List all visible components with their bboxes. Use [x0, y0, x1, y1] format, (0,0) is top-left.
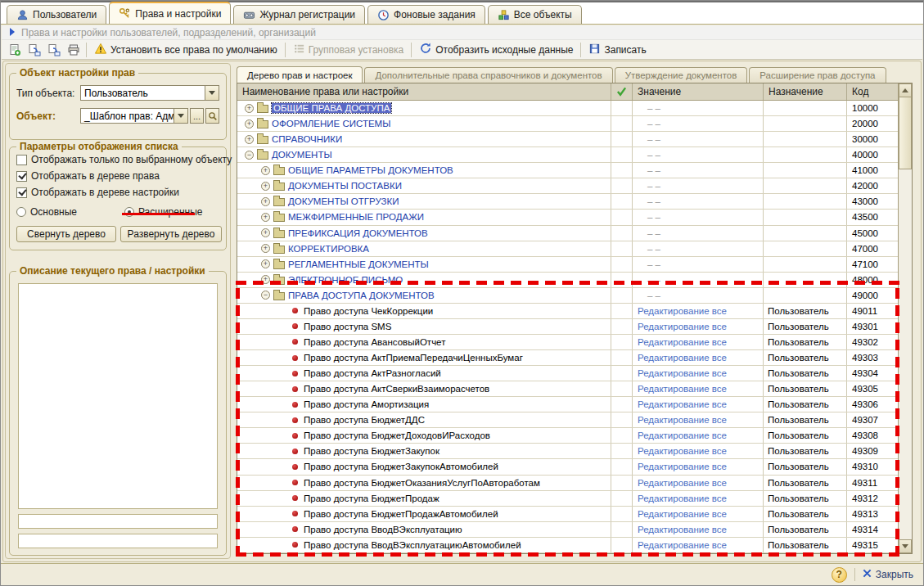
checkbox-checked-icon[interactable] — [16, 187, 27, 198]
cell-value[interactable]: – – — [633, 178, 764, 193]
chevron-down-icon[interactable] — [174, 109, 187, 123]
table-row[interactable]: + МЕЖФИРМЕННЫЕ ПРОДАЖИ – – 43500 — [237, 210, 898, 225]
table-row[interactable]: Право доступа БюджетЗакупок Редактирован… — [237, 444, 898, 459]
scroll-up-icon[interactable] — [899, 83, 912, 97]
scrollbar-thumb[interactable] — [899, 97, 912, 169]
cell-value[interactable]: Редактирование все — [633, 381, 764, 396]
tab-all-objects[interactable]: Все объекты — [488, 5, 582, 24]
expander-icon[interactable]: + — [245, 104, 254, 113]
cell-value[interactable]: Редактирование все — [633, 335, 764, 349]
expander-icon[interactable]: + — [245, 119, 254, 128]
scroll-down-icon[interactable] — [899, 539, 912, 553]
copy-rights-icon[interactable] — [25, 41, 44, 58]
expander-icon[interactable]: + — [261, 228, 270, 237]
cell-value[interactable]: – – — [633, 194, 764, 209]
table-row[interactable]: Право доступа БюджетДоходовИРасходов Ред… — [237, 428, 898, 444]
cell-value[interactable]: – – — [633, 163, 764, 178]
table-row[interactable]: Право доступа БюджетДДС Редактирование в… — [237, 412, 898, 428]
cell-value[interactable]: – – — [633, 273, 764, 287]
radio-main[interactable]: Основные — [16, 205, 77, 219]
table-row[interactable]: Право доступа БюджетОказанияУслугПоАвтор… — [237, 476, 898, 491]
expander-icon[interactable]: + — [261, 244, 270, 253]
tab-users[interactable]: Пользователи — [7, 5, 106, 24]
expander-icon[interactable]: + — [245, 135, 254, 144]
checkbox-only-selected-object[interactable]: Отображать только по выбранному объекту — [16, 152, 232, 167]
cell-value[interactable]: Редактирование все — [633, 412, 764, 427]
expander-icon[interactable]: − — [245, 151, 254, 160]
table-row[interactable]: Право доступа SMS Редактирование все Пол… — [237, 319, 898, 335]
tab-background-jobs[interactable]: Фоновые задания — [367, 5, 485, 24]
radio-selected-icon[interactable] — [124, 207, 134, 217]
expander-icon[interactable]: + — [261, 213, 270, 222]
table-row[interactable]: + ДОКУМЕНТЫ ПОСТАВКИ – – 42000 — [237, 178, 898, 194]
object-type-select[interactable]: Пользователь — [80, 85, 219, 101]
expander-icon[interactable]: + — [261, 275, 270, 284]
cell-value[interactable]: Редактирование все — [633, 304, 764, 318]
table-row[interactable]: + ОБЩИЕ ПРАВА ДОСТУПА – – 10000 — [237, 101, 898, 116]
cell-value[interactable]: Редактирование все — [633, 444, 764, 458]
table-row[interactable]: Право доступа БюджетЗакупокАвтомобилей Р… — [237, 459, 898, 475]
expander-icon[interactable]: − — [261, 291, 270, 300]
cell-value[interactable]: – – — [633, 257, 764, 272]
table-row[interactable]: + КОРРЕКТИРОВКА – – 47000 — [237, 241, 898, 257]
table-row[interactable]: Право доступа АвансовыйОтчет Редактирова… — [237, 335, 898, 350]
vertical-scrollbar[interactable] — [898, 83, 912, 553]
checkbox-show-rights-tree[interactable]: Отображать в дереве права — [16, 169, 160, 183]
cell-value[interactable]: Редактирование все — [633, 428, 764, 443]
cell-value[interactable]: – – — [633, 132, 764, 146]
copy-settings-icon[interactable] — [44, 41, 64, 58]
cell-value[interactable]: Редактирование все — [633, 522, 764, 537]
description-field-1[interactable] — [18, 514, 218, 529]
table-row[interactable]: Право доступа АктПриемаПередачиЦенныхБум… — [237, 350, 898, 366]
tab-rights-settings[interactable]: Права и настройки — [109, 2, 231, 24]
chevron-down-icon[interactable] — [205, 86, 219, 100]
cell-value[interactable]: – – — [633, 210, 764, 224]
tab-access-extension[interactable]: Расширение прав доступа — [749, 67, 886, 83]
cell-value[interactable]: Редактирование все — [633, 491, 764, 506]
cell-value[interactable]: – – — [633, 288, 764, 303]
help-button[interactable]: ? — [832, 567, 847, 583]
table-row[interactable]: + РЕГЛАМЕНТНЫЕ ДОКУМЕНТЫ – – 47100 — [237, 257, 898, 273]
table-row[interactable]: − ДОКУМЕНТЫ – – 40000 — [237, 147, 898, 163]
table-row[interactable]: Право доступа ВводВЭксплуатациюАвтомобил… — [237, 538, 898, 553]
description-textarea[interactable] — [18, 283, 218, 509]
checkbox-checked-icon[interactable] — [16, 171, 27, 182]
expander-icon[interactable]: + — [261, 259, 270, 268]
table-row[interactable]: + ОБЩИЕ ПАРАМЕТРЫ ДОКУМЕНТОВ – – 41000 — [237, 163, 898, 178]
cell-value[interactable]: – – — [633, 241, 764, 256]
table-row[interactable]: + ОФОРМЛЕНИЕ СИСТЕМЫ – – 20000 — [237, 116, 898, 132]
tab-document-approval[interactable]: Утверждение документов — [615, 67, 748, 83]
table-row[interactable]: − ПРАВА ДОСТУПА ДОКУМЕНТОВ – – 49000 — [237, 288, 898, 304]
table-row[interactable]: + ЭЛЕКТРОННОЕ ПИСЬМО – – 48000 — [237, 273, 898, 288]
save-button[interactable]: Записать — [584, 41, 651, 58]
collapse-tree-button[interactable]: Свернуть дерево — [16, 226, 116, 242]
tab-registration-log[interactable]: Журнал регистрации — [233, 5, 365, 24]
radio-extended[interactable]: Расширенные — [124, 205, 203, 219]
set-default-rights-button[interactable]: Установить все права по умолчанию — [89, 41, 282, 58]
cell-value[interactable]: Редактирование все — [633, 459, 764, 474]
tab-additional-rights[interactable]: Дополнительные права справочников и доку… — [364, 67, 612, 83]
show-source-data-button[interactable]: Отобразить исходные данные — [414, 41, 578, 58]
add-document-icon[interactable] — [5, 41, 25, 58]
cell-value[interactable]: Редактирование все — [633, 538, 764, 552]
ellipsis-button[interactable]: ... — [190, 108, 204, 124]
cell-value[interactable]: Редактирование все — [633, 319, 764, 334]
print-icon[interactable] — [64, 41, 83, 58]
cell-value[interactable]: Редактирование все — [633, 507, 764, 521]
cell-value[interactable]: Редактирование все — [633, 366, 764, 381]
group-install-button[interactable]: Групповая установка — [288, 41, 409, 58]
table-row[interactable]: Право доступа БюджетПродажАвтомобилей Ре… — [237, 507, 898, 522]
cell-value[interactable]: – – — [633, 226, 764, 241]
cell-value[interactable]: Редактирование все — [633, 350, 764, 365]
cell-value[interactable]: – – — [633, 147, 764, 162]
magnifier-icon[interactable] — [205, 108, 219, 124]
checkbox-show-settings-tree[interactable]: Отображать в дереве настройки — [16, 185, 179, 200]
cell-value[interactable]: Редактирование все — [633, 397, 764, 412]
cell-value[interactable]: – – — [633, 101, 764, 115]
expander-icon[interactable]: + — [261, 182, 270, 191]
table-row[interactable]: Право доступа БюджетПродаж Редактировани… — [237, 491, 898, 507]
close-button[interactable]: Закрыть — [863, 569, 913, 580]
table-row[interactable]: Право доступа ЧекКоррекции Редактировани… — [237, 304, 898, 319]
tab-rights-tree[interactable]: Дерево прав и настроек — [237, 66, 363, 83]
expander-icon[interactable]: + — [261, 197, 270, 206]
